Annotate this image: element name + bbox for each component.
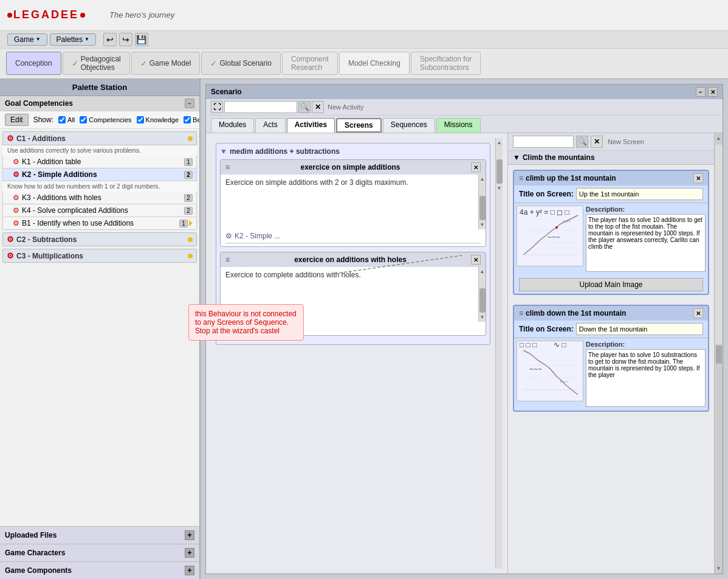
scroll-down-2[interactable]: ▼ [478, 313, 487, 322]
exercise-card-2-title: exercice on additions with holes [294, 255, 407, 264]
checkbox-behaviour[interactable]: Behaviour [184, 116, 201, 123]
new-screen-input[interactable] [513, 136, 574, 148]
goal-competencies-header: Goal Competencies − [0, 96, 199, 111]
title-on-screen-input-2[interactable] [576, 323, 703, 335]
palettes-dropdown-arrow: ▼ [84, 36, 89, 42]
step-specification-subcontractors[interactable]: Specification forSubcontractors [411, 52, 481, 75]
screen-search-icon[interactable]: 🔍 [576, 136, 588, 148]
scroll-down-1[interactable]: ▼ [478, 220, 487, 229]
checkbox-knowledge[interactable]: Knowledge [137, 116, 179, 123]
exercise-card-2-close[interactable]: ✕ [471, 255, 481, 265]
activities-scroll-down[interactable]: ▼ [495, 184, 504, 193]
checkbox-competencies-input[interactable] [80, 116, 87, 123]
exercise-card-2-header: ≡ exercice on additions with holes ✕ [221, 252, 486, 267]
tab-screens[interactable]: Screens [336, 118, 382, 133]
right-scrollbar[interactable]: ▲ ▼ [714, 133, 723, 574]
palettes-menu-button[interactable]: Palettes ▼ [50, 33, 96, 46]
activity-search-reset[interactable]: ⛶ [211, 101, 223, 113]
activity-search-close[interactable]: ✕ [312, 101, 324, 113]
scroll-thumb-2[interactable] [479, 288, 486, 313]
uploaded-files-section[interactable]: Uploaded Files + [0, 526, 199, 544]
checkbox-competencies[interactable]: Competencies [80, 116, 131, 123]
activities-scroll-thumb[interactable] [496, 159, 503, 184]
uploaded-files-add-btn[interactable]: + [185, 530, 194, 540]
screen-search-close[interactable]: ✕ [591, 136, 603, 148]
comp-group-c2-header[interactable]: ⚙ C2 - Subtractions [2, 232, 197, 246]
comp-item-k3[interactable]: ⚙ K3 - Additions with holes 2 [2, 192, 197, 204]
right-scroll-thumb[interactable] [716, 345, 722, 364]
k3-icon: ⚙ [13, 193, 19, 202]
title-on-screen-label-2: Title on Screen: [519, 325, 574, 333]
step-pedagogical-objectives[interactable]: ✓ PedagogicalObjectives [63, 52, 130, 75]
scroll-up-1[interactable]: ▲ [478, 175, 487, 184]
step-model-checking[interactable]: Model Checking [339, 52, 410, 75]
comp-group-c1-header[interactable]: ⚙ C1 - Additions [2, 131, 197, 145]
right-scroll-up[interactable]: ▲ [715, 133, 723, 144]
comp-item-k1[interactable]: ⚙ K1 - Addition table 1 [2, 156, 197, 168]
tab-sequences[interactable]: Sequences [383, 118, 435, 133]
redo-button[interactable]: ↪ [119, 33, 132, 46]
exercise-card-1-scrollbar[interactable]: ▲ ▼ [478, 175, 486, 229]
comp-group-c3-header[interactable]: ⚙ C3 - Multiplications [2, 249, 197, 263]
tab-activities[interactable]: Activities [287, 118, 335, 133]
screen-card-1-title: climb up the 1st mountain [526, 174, 616, 182]
tab-missions[interactable]: Missions [436, 118, 481, 133]
game-menu-button[interactable]: Game ▼ [7, 33, 47, 46]
game-components-add-btn[interactable]: + [185, 566, 194, 575]
tab-sequences-label: Sequences [391, 120, 427, 129]
k2-badge: 2 [184, 171, 193, 179]
scenario-toolbar: ⛶ 🔍 ✕ New Activity [206, 99, 723, 116]
checkbox-knowledge-input[interactable] [137, 116, 144, 123]
exercise-card-2-scrollbar[interactable]: ▲ ▼ [478, 267, 486, 322]
activity-search-icon[interactable]: 🔍 [298, 101, 311, 113]
activities-panel-scrollbar[interactable]: ▲ ▼ [495, 138, 503, 569]
game-characters-section[interactable]: Game Characters + [0, 544, 199, 561]
comp-item-k4[interactable]: ⚙ K4 - Solve complicated Additions 2 [2, 204, 197, 217]
scroll-up-2[interactable]: ▲ [478, 267, 487, 276]
comp-item-k2[interactable]: ⚙ K2 - Simple Additions 2 [2, 168, 197, 181]
screen-card-2-close[interactable]: ✕ [693, 308, 703, 318]
collapse-triangle: ▼ [220, 147, 227, 156]
k3-label: K3 - Additions with holes [22, 193, 101, 202]
close-button[interactable]: ✕ [708, 87, 718, 97]
competencies-list: ⚙ C1 - Additions Use additions correctly… [0, 129, 199, 268]
exercise-card-1-close[interactable]: ✕ [471, 162, 481, 172]
pedagogical-objectives-label: PedagogicalObjectives [81, 55, 121, 72]
desc-textarea-1[interactable]: The player has to solve 10 additions to … [586, 214, 706, 272]
checkbox-behaviour-input[interactable] [184, 116, 191, 123]
tab-acts[interactable]: Acts [255, 118, 285, 133]
desc-textarea-2[interactable]: The player has to solve 10 substractions… [586, 349, 706, 407]
minimize-button[interactable]: − [696, 87, 706, 97]
bottom-sections: Uploaded Files + Game Characters + Game … [0, 526, 199, 579]
window-controls: − ✕ [696, 87, 718, 97]
tabs-row: Modules Acts Activities Screens Sequence… [206, 116, 723, 133]
comp-item-b1[interactable]: ⚙ B1 - Identify when to use Additions 1 [2, 217, 197, 230]
game-characters-add-btn[interactable]: + [185, 548, 194, 558]
component-research-label: ComponentResearch [291, 55, 329, 72]
step-component-research[interactable]: ComponentResearch [282, 52, 338, 75]
tab-modules[interactable]: Modules [211, 118, 254, 133]
goal-competencies-collapse[interactable]: − [185, 99, 194, 108]
screen-card-1-close[interactable]: ✕ [693, 173, 703, 183]
activity-search-input[interactable] [224, 101, 297, 113]
step-conception[interactable]: Conception [6, 52, 61, 75]
undo-button[interactable]: ↩ [103, 33, 117, 46]
k2-label: K2 - Simple Additions [22, 170, 97, 179]
c1-desc: Use additions correctly to solve various… [2, 145, 197, 156]
title-on-screen-input-1[interactable] [576, 188, 703, 200]
checkbox-all[interactable]: All [58, 116, 75, 123]
check-icon-3: ✓ [210, 59, 217, 68]
activities-scroll-up[interactable]: ▲ [495, 138, 504, 147]
checkbox-all-input[interactable] [58, 116, 66, 123]
upload-button-1[interactable]: Upload Main Image [519, 278, 703, 291]
svg-text:4a + y² = □ ◻ □: 4a + y² = □ ◻ □ [520, 208, 569, 217]
game-components-section[interactable]: Game Components + [0, 561, 199, 579]
right-scroll-down[interactable]: ▼ [715, 563, 723, 574]
save-button[interactable]: 💾 [135, 33, 148, 46]
game-characters-label: Game Characters [5, 549, 65, 557]
activity-group-header: ▼ medim additions + subtractions [220, 147, 486, 156]
step-game-model[interactable]: ✓ Game Model [131, 52, 201, 75]
scroll-thumb-1[interactable] [479, 196, 486, 220]
step-global-scenario[interactable]: ✓ Global Scenario [201, 52, 280, 75]
edit-button[interactable]: Edit [5, 114, 29, 126]
